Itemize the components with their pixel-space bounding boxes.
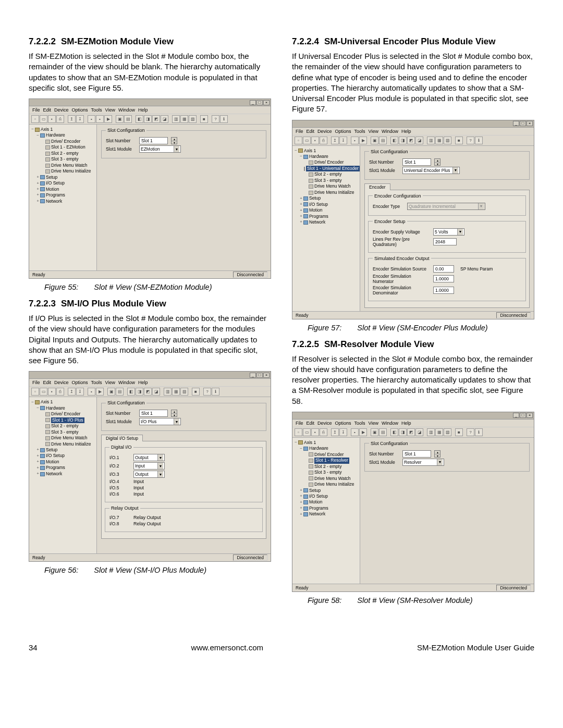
about-icon[interactable]: ℹ — [220, 115, 228, 123]
tree-motion[interactable]: Motion — [309, 499, 323, 505]
tool-icon[interactable]: ▥ — [427, 428, 435, 436]
tool-icon[interactable]: ◧ — [390, 137, 398, 144]
tree-slot1[interactable]: Slot 1 - EZMotion — [51, 144, 85, 150]
maximize-icon[interactable]: □ — [256, 100, 263, 105]
tool-icon[interactable]: ▦ — [180, 115, 188, 123]
save-icon[interactable]: ▪ — [48, 115, 56, 123]
tool-icon[interactable]: ◨ — [399, 428, 407, 436]
help-icon[interactable]: ? — [467, 428, 474, 436]
tool-icon[interactable]: ▤ — [116, 388, 124, 396]
sim-den-input[interactable]: 1.0000 — [433, 287, 454, 294]
tool-icon[interactable]: ▣ — [116, 115, 124, 123]
run-icon[interactable]: ▶ — [96, 388, 104, 396]
tree-setup[interactable]: Setup — [309, 488, 321, 493]
menu-view[interactable]: View — [105, 380, 115, 385]
tree-programs[interactable]: Programs — [46, 465, 65, 471]
save-icon[interactable]: ▪ — [311, 428, 319, 436]
tree-dmw[interactable]: Drive Menu Watch — [51, 435, 88, 441]
tree-slot3[interactable]: Slot 3 - empty — [51, 156, 78, 162]
minimize-icon[interactable]: _ — [513, 413, 519, 418]
save-icon[interactable]: ▪ — [48, 388, 56, 396]
slot-number-spinner[interactable]: ▴▾ — [434, 450, 440, 458]
open-icon[interactable]: ▭ — [40, 388, 47, 396]
tool-icon[interactable]: ◩ — [407, 428, 415, 436]
minimize-icon[interactable]: _ — [513, 121, 519, 126]
tool-icon[interactable]: • — [88, 388, 95, 396]
slot-number-input[interactable]: Slot 1 — [139, 410, 168, 417]
menu-options[interactable]: Options — [335, 129, 351, 134]
menu-device[interactable]: Device — [317, 421, 332, 426]
tree-slot3[interactable]: Slot 3 - empty — [314, 470, 341, 475]
tool-icon[interactable]: ▧ — [444, 137, 451, 144]
tree-iosetup[interactable]: I/O Setup — [46, 453, 65, 459]
tree-programs[interactable]: Programs — [309, 214, 328, 219]
stop-icon[interactable]: ■ — [455, 137, 463, 144]
tree-slot1[interactable]: Slot 1 - I/O Plus — [51, 417, 84, 423]
menu-view[interactable]: View — [369, 421, 378, 426]
new-icon[interactable]: ▫ — [295, 137, 302, 144]
tool-icon[interactable]: ◨ — [136, 388, 143, 396]
tree-hardware[interactable]: Hardware — [46, 405, 65, 411]
new-icon[interactable]: ▫ — [295, 428, 302, 436]
tree-slot1[interactable]: Slot 1 - Universal Encoder Plus — [306, 166, 360, 171]
menu-window[interactable]: Window — [118, 380, 135, 385]
new-icon[interactable]: ▫ — [31, 388, 39, 396]
menu-device[interactable]: Device — [54, 380, 69, 385]
tool-icon[interactable]: ▥ — [427, 137, 435, 144]
tree-programs[interactable]: Programs — [46, 192, 65, 198]
upload-icon[interactable]: ↥ — [331, 137, 339, 144]
tool-icon[interactable]: • — [96, 115, 104, 123]
tree-slot1[interactable]: Slot 1 - Resolver — [314, 458, 349, 463]
tree-setup[interactable]: Setup — [309, 195, 321, 201]
menu-help[interactable]: Help — [138, 107, 148, 113]
new-icon[interactable]: ▫ — [31, 115, 39, 123]
tree-setup[interactable]: Setup — [46, 175, 57, 180]
menu-window[interactable]: Window — [118, 107, 135, 113]
menu-view[interactable]: View — [105, 107, 115, 113]
upload-icon[interactable]: ↥ — [331, 428, 339, 436]
tool-icon[interactable]: • — [351, 428, 359, 436]
tree-hardware[interactable]: Hardware — [309, 446, 328, 451]
tool-icon[interactable]: ◧ — [136, 115, 143, 123]
tool-icon[interactable]: ▣ — [371, 137, 378, 144]
tool-icon[interactable]: ◪ — [161, 115, 168, 123]
tree-network[interactable]: Network — [309, 219, 325, 225]
menu-edit[interactable]: Edit — [43, 380, 52, 385]
maximize-icon[interactable]: □ — [256, 373, 263, 378]
tree-hardware[interactable]: Hardware — [309, 154, 328, 159]
menu-options[interactable]: Options — [335, 421, 351, 426]
menu-edit[interactable]: Edit — [43, 107, 52, 113]
download-icon[interactable]: ↧ — [76, 388, 84, 396]
run-icon[interactable]: ▶ — [104, 115, 112, 123]
menu-file[interactable]: File — [32, 107, 40, 113]
lines-input[interactable]: 2048 — [433, 238, 457, 245]
tool-icon[interactable]: ▦ — [435, 428, 443, 436]
tree-dmw[interactable]: Drive Menu Watch — [314, 183, 351, 189]
tree-network[interactable]: Network — [309, 511, 325, 517]
close-icon[interactable]: × — [263, 373, 270, 378]
menu-device[interactable]: Device — [317, 129, 332, 134]
sim-source-input[interactable]: 0.00 — [433, 265, 454, 273]
tool-icon[interactable]: ◪ — [415, 428, 423, 436]
tool-icon[interactable]: ▦ — [435, 137, 443, 144]
tree-drive-encoder[interactable]: Drive/ Encoder — [51, 139, 80, 144]
slot-number-input[interactable]: Slot 1 — [139, 137, 168, 144]
tree-dmw[interactable]: Drive Menu Watch — [314, 476, 351, 482]
sim-num-input[interactable]: 1.0000 — [433, 275, 454, 282]
stop-icon[interactable]: ■ — [192, 388, 200, 396]
tool-icon[interactable]: ▦ — [172, 388, 180, 396]
menu-window[interactable]: Window — [382, 421, 398, 426]
tool-icon[interactable]: ◩ — [407, 137, 415, 144]
tool-icon[interactable]: • — [88, 115, 95, 123]
tree-drive-encoder[interactable]: Drive/ Encoder — [51, 411, 80, 417]
tool-icon[interactable]: ◨ — [144, 115, 152, 123]
slot-number-input[interactable]: Slot 1 — [402, 450, 431, 458]
tool-icon[interactable]: ▤ — [379, 428, 387, 436]
menu-help[interactable]: Help — [401, 421, 411, 426]
menu-tools[interactable]: Tools — [354, 421, 365, 426]
tree-dmi[interactable]: Drive Menu Initialize — [51, 168, 91, 174]
menu-options[interactable]: Options — [72, 107, 88, 113]
tool-icon[interactable]: ◪ — [152, 388, 160, 396]
menu-tools[interactable]: Tools — [354, 129, 365, 134]
io3-select[interactable]: Output▼ — [133, 471, 165, 478]
